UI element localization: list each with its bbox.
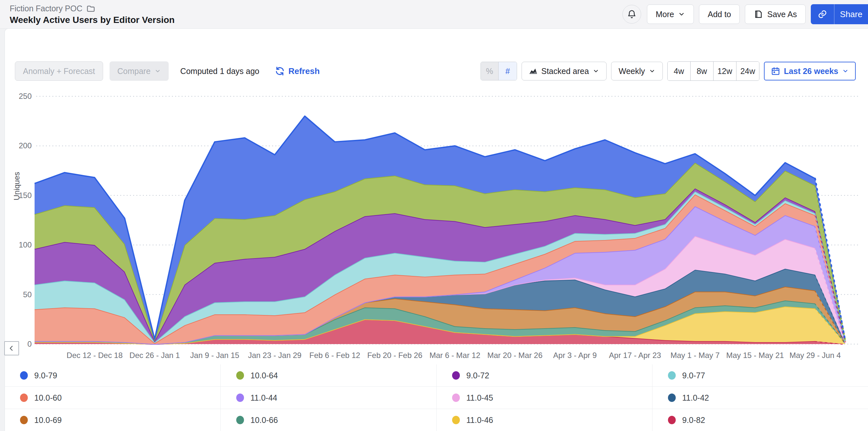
x-tick-label: Feb 20 - Feb 26 — [367, 351, 422, 360]
legend-item-11.0-46[interactable]: 11.0-46 — [436, 409, 652, 431]
legend-item-9.0-79[interactable]: 9.0-79 — [4, 364, 220, 387]
toolbar-left: Anomaly + Forecast Compare Computed 1 da… — [15, 61, 319, 81]
chevron-down-icon — [154, 68, 161, 74]
y-tick-label: 100 — [19, 240, 32, 249]
range-24w-button[interactable]: 24w — [736, 62, 759, 81]
legend-swatch — [668, 416, 676, 424]
legend-item-9.0-77[interactable]: 9.0-77 — [652, 364, 868, 387]
legend-item-11.0-42[interactable]: 11.0-42 — [652, 387, 868, 409]
header-actions: More Add to Save As Share — [622, 0, 868, 28]
chevron-down-icon — [593, 68, 599, 74]
legend-swatch — [452, 416, 460, 424]
chevron-down-icon — [678, 11, 685, 18]
date-range-label: Last 26 weeks — [784, 67, 838, 76]
legend-label: 10.0-66 — [250, 415, 278, 425]
legend-label: 9.0-72 — [466, 371, 489, 380]
x-tick-label: Dec 26 - Jan 1 — [130, 351, 180, 360]
legend-label: 10.0-69 — [34, 415, 62, 425]
legend-label: 9.0-79 — [34, 371, 57, 380]
legend-item-11.0-45[interactable]: 11.0-45 — [436, 387, 652, 409]
computed-status: Computed 1 days ago — [180, 67, 259, 76]
compare-label: Compare — [117, 67, 151, 76]
legend-row: 9.0-7910.0-649.0-729.0-77 — [4, 364, 868, 387]
page-title: Weekly Active Users by Editor Version — [10, 15, 175, 25]
legend-swatch — [668, 394, 676, 402]
range-12w-button[interactable]: 12w — [713, 62, 736, 81]
x-tick-label: Jan 9 - Jan 15 — [190, 351, 239, 360]
legend-label: 11.0-42 — [682, 393, 709, 403]
legend-row: 10.0-6011.0-4411.0-4511.0-42 — [4, 387, 868, 409]
breadcrumb[interactable]: Fiction Factory POC — [10, 4, 95, 13]
save-as-label: Save As — [767, 10, 797, 19]
number-mode-button[interactable]: # — [498, 62, 517, 80]
legend-label: 10.0-64 — [250, 371, 278, 380]
stacked-area-icon — [529, 67, 537, 75]
legend-swatch — [236, 416, 244, 424]
add-to-label: Add to — [708, 10, 731, 19]
save-as-icon — [753, 9, 763, 19]
quick-range-group: 4w 8w 12w 24w — [667, 61, 760, 81]
anomaly-forecast-label: Anomaly + Forecast — [23, 67, 95, 76]
more-button[interactable]: More — [647, 4, 694, 24]
legend-item-10.0-64[interactable]: 10.0-64 — [220, 364, 436, 387]
legend-swatch — [20, 371, 28, 380]
x-tick-label: Jan 23 - Jan 29 — [248, 351, 301, 360]
legend-item-10.0-69[interactable]: 10.0-69 — [4, 409, 220, 431]
notifications-button[interactable] — [622, 5, 641, 24]
header: Fiction Factory POC Weekly Active Users … — [0, 0, 868, 29]
chevron-down-icon — [649, 68, 655, 74]
add-to-button[interactable]: Add to — [699, 4, 740, 24]
chevron-down-icon — [842, 68, 848, 74]
refresh-button[interactable]: Refresh — [275, 66, 319, 76]
range-4w-button[interactable]: 4w — [668, 62, 690, 81]
legend-swatch — [236, 394, 244, 402]
legend-swatch — [452, 394, 460, 402]
x-tick-label: Dec 12 - Dec 18 — [67, 351, 122, 360]
x-tick-label: Mar 20 - Mar 26 — [487, 351, 542, 360]
legend-row: 10.0-6910.0-6611.0-469.0-82 — [4, 409, 868, 431]
more-label: More — [656, 10, 674, 19]
legend-swatch — [20, 416, 28, 424]
legend-label: 9.0-77 — [682, 371, 705, 380]
collapse-panel-button[interactable] — [4, 341, 19, 356]
x-tick-label: Apr 17 - Apr 23 — [609, 351, 661, 360]
compare-button[interactable]: Compare — [110, 61, 169, 81]
percent-mode-button[interactable]: % — [481, 62, 498, 80]
legend-item-9.0-72[interactable]: 9.0-72 — [436, 364, 652, 387]
y-tick-label: 50 — [23, 290, 32, 299]
legend-swatch — [236, 371, 244, 380]
range-8w-button[interactable]: 8w — [690, 62, 713, 81]
y-tick-label: 200 — [19, 141, 32, 150]
chart-legend: 9.0-7910.0-649.0-729.0-7710.0-6011.0-441… — [4, 364, 868, 431]
value-mode-toggle: % # — [480, 62, 517, 81]
chevron-left-icon — [8, 345, 15, 352]
chart-canvas[interactable]: 050100150200250Dec 12 - Dec 18Dec 26 - J… — [0, 86, 868, 364]
y-tick-label: 0 — [28, 340, 32, 348]
y-tick-label: 250 — [19, 92, 32, 100]
x-tick-label: May 15 - May 21 — [726, 351, 784, 360]
share-label: Share — [840, 9, 862, 20]
legend-item-10.0-60[interactable]: 10.0-60 — [4, 387, 220, 409]
legend-label: 11.0-44 — [250, 393, 277, 403]
share-button[interactable]: Share — [834, 4, 868, 24]
breadcrumb-label[interactable]: Fiction Factory POC — [10, 4, 83, 13]
x-tick-label: Mar 6 - Mar 12 — [430, 351, 480, 360]
granularity-button[interactable]: Weekly — [611, 62, 663, 81]
legend-item-11.0-44[interactable]: 11.0-44 — [220, 387, 436, 409]
legend-item-9.0-82[interactable]: 9.0-82 — [652, 409, 868, 431]
legend-item-10.0-66[interactable]: 10.0-66 — [220, 409, 436, 431]
chart-type-button[interactable]: Stacked area — [522, 62, 607, 81]
save-as-button[interactable]: Save As — [745, 4, 806, 24]
calendar-icon — [771, 67, 780, 75]
folder-icon — [86, 4, 95, 13]
x-tick-label: Apr 3 - Apr 9 — [553, 351, 597, 360]
x-tick-label: Feb 6 - Feb 12 — [309, 351, 360, 360]
legend-label: 9.0-82 — [682, 415, 705, 425]
legend-swatch — [668, 371, 676, 380]
copy-link-button[interactable] — [811, 4, 834, 24]
granularity-label: Weekly — [619, 67, 645, 76]
x-tick-label: May 1 - May 7 — [671, 351, 720, 360]
date-range-button[interactable]: Last 26 weeks — [764, 62, 856, 81]
x-tick-label: May 29 - Jun 4 — [789, 351, 841, 360]
anomaly-forecast-button[interactable]: Anomaly + Forecast — [15, 61, 103, 81]
